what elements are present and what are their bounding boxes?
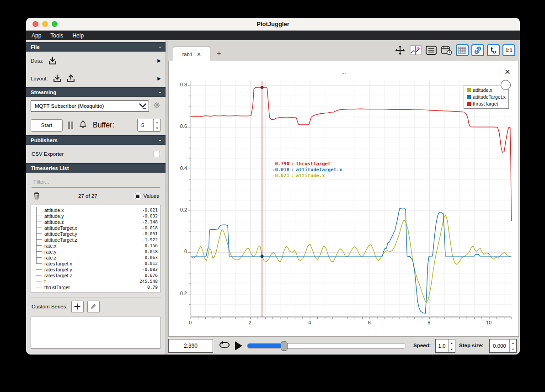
plot-canvas[interactable] — [190, 81, 511, 317]
timeseries-list[interactable]: attitude.x-0.021attitude.y-0.032attitude… — [31, 205, 161, 292]
pause-icon[interactable] — [68, 122, 73, 129]
collapse-icon[interactable]: - — [159, 137, 161, 143]
y-tick-label: 0.2 — [169, 207, 187, 212]
plot-toolbar: A tO — [394, 44, 515, 56]
data-menu-arrow-icon[interactable]: ▶ — [157, 58, 161, 63]
x-tick-label: 0 — [183, 320, 197, 325]
list-item[interactable]: rate.y0.018 — [31, 249, 158, 254]
pan-arrows-icon[interactable] — [394, 44, 406, 56]
collapse-icon[interactable]: - — [159, 44, 161, 50]
slider-fill — [247, 344, 284, 348]
link-axes-icon[interactable] — [471, 44, 484, 56]
current-time-field[interactable]: 2.390 — [168, 339, 213, 353]
grid-layout-icon[interactable] — [456, 44, 469, 56]
series-value: 0.79 — [147, 285, 158, 290]
list-item[interactable]: attitude.z-2.148 — [31, 219, 158, 225]
list-item[interactable]: ratesTarget.z0.676 — [31, 272, 158, 278]
streaming-settings-gear-icon[interactable] — [153, 101, 161, 111]
collapse-icon[interactable]: - — [159, 89, 161, 95]
list-item[interactable]: attitudeTarget.y-0.051 — [31, 231, 158, 237]
app-window: PlotJuggler App Tools Help File - Data: … — [26, 18, 520, 355]
time-offset-icon[interactable]: tO — [487, 44, 500, 56]
tree-branch — [36, 228, 42, 228]
playback-bar: 2.390 Speed: 1.0 ▲ ▼ Step size: — [168, 337, 520, 355]
timeline-slider[interactable] — [247, 343, 406, 349]
list-item[interactable]: rate.x-0.156 — [31, 243, 158, 249]
add-custom-series-button[interactable] — [71, 301, 84, 313]
series-name: t — [44, 279, 139, 284]
list-item[interactable]: ratesTarget.y-0.083 — [31, 266, 158, 272]
slider-handle[interactable] — [281, 341, 288, 351]
data-label: Data: — [31, 58, 43, 64]
series-value: -0.156 — [142, 243, 158, 248]
notifications-bell-icon[interactable] — [79, 120, 87, 131]
streaming-source-value: MQTT Subscriber (Mosquitto) — [35, 103, 104, 109]
layout-load-icon[interactable] — [53, 74, 62, 83]
spin-down-icon[interactable]: ▼ — [154, 125, 160, 131]
custom-series-list[interactable] — [31, 317, 161, 349]
series-name: ratesTarget.z — [44, 273, 144, 278]
svg-text:A: A — [417, 46, 420, 50]
plot-title: ... — [169, 69, 518, 75]
streaming-source-select[interactable]: MQTT Subscriber (Mosquitto) — [31, 101, 149, 112]
list-item[interactable]: attitudeTarget.x-0.018 — [31, 225, 158, 231]
speed-spinbox[interactable]: 1.0 ▲ ▼ — [435, 339, 455, 353]
loop-icon[interactable] — [219, 341, 230, 353]
series-value: 245.548 — [139, 279, 158, 284]
layout-save-icon[interactable] — [66, 74, 75, 83]
ratio-1-1-icon[interactable]: 1:1 — [502, 44, 515, 56]
legend-item[interactable]: attitude.x — [467, 87, 506, 93]
data-import-icon[interactable] — [48, 56, 57, 65]
series-value: 0.012 — [144, 261, 158, 266]
spin-up-icon[interactable]: ▲ — [510, 339, 516, 346]
menu-app[interactable]: App — [32, 32, 41, 39]
timeseries-section-header[interactable]: Timeseries List — [26, 163, 166, 173]
spin-down-icon[interactable]: ▼ — [510, 346, 516, 352]
legend-list-icon[interactable] — [425, 44, 438, 56]
file-section-header[interactable]: File - — [26, 42, 166, 52]
data-row: Data: ▶ — [26, 52, 166, 69]
spin-down-icon[interactable]: ▼ — [449, 346, 455, 352]
publishers-section-header[interactable]: Publishers - — [26, 135, 166, 145]
zoom-area-icon[interactable]: A — [409, 44, 422, 56]
play-button[interactable] — [235, 341, 242, 350]
menu-help[interactable]: Help — [72, 32, 84, 39]
edit-custom-series-button[interactable] — [87, 301, 100, 313]
publishers-section-title: Publishers — [31, 138, 58, 143]
step-size-spinbox[interactable]: 0.000 ▲ ▼ — [489, 339, 517, 353]
legend-swatch — [467, 95, 471, 99]
csv-exporter-checkbox[interactable] — [154, 151, 160, 157]
plot-close-icon[interactable]: × — [505, 67, 510, 76]
buffer-spinbox[interactable]: 5 ▲ ▼ — [137, 119, 161, 132]
tab-tab1[interactable]: tab1 × — [173, 47, 210, 61]
list-item[interactable]: attitude.y-0.032 — [31, 213, 158, 219]
list-item[interactable]: attitude.x-0.021 — [31, 207, 158, 213]
legend-item[interactable]: attitudeTarget.x — [467, 94, 506, 100]
timeseries-section-title: Timeseries List — [31, 165, 69, 171]
tracker-readout-line: 0.790:thrustTarget — [268, 161, 342, 167]
list-item[interactable]: rate.z-0.063 — [31, 254, 158, 260]
custom-series-row: Custom Series: — [26, 297, 166, 316]
spin-up-icon[interactable]: ▲ — [154, 119, 160, 125]
legend-item[interactable]: thrustTarget — [467, 101, 506, 106]
tab-close-icon[interactable]: × — [197, 51, 201, 58]
tree-branch — [36, 245, 42, 246]
start-button[interactable]: Start — [31, 119, 63, 132]
layout-menu-arrow-icon[interactable]: ▶ — [157, 76, 161, 81]
menu-tools[interactable]: Tools — [50, 32, 63, 39]
list-item[interactable]: attitudeTarget.z-1.922 — [31, 237, 158, 243]
tree-line — [36, 207, 37, 263]
streaming-section-header[interactable]: Streaming - — [26, 87, 166, 97]
list-item[interactable]: ratesTarget.x0.012 — [31, 260, 158, 266]
list-item[interactable]: thrustTarget0.79 — [31, 284, 158, 290]
filter-input[interactable] — [32, 177, 160, 188]
delete-trash-icon[interactable] — [32, 191, 41, 201]
add-tab-button[interactable]: + — [217, 49, 221, 58]
values-checkbox[interactable] — [135, 193, 141, 199]
datetime-icon[interactable] — [440, 44, 453, 56]
series-name: thrustTarget — [44, 285, 147, 290]
zoom-reset-circle[interactable] — [501, 80, 511, 90]
spin-up-icon[interactable]: ▲ — [449, 339, 455, 346]
plot-widget[interactable]: ... × 0.80.60.40.20-0.2 0246810 attitude… — [168, 61, 519, 337]
list-item[interactable]: t245.548 — [31, 278, 158, 284]
